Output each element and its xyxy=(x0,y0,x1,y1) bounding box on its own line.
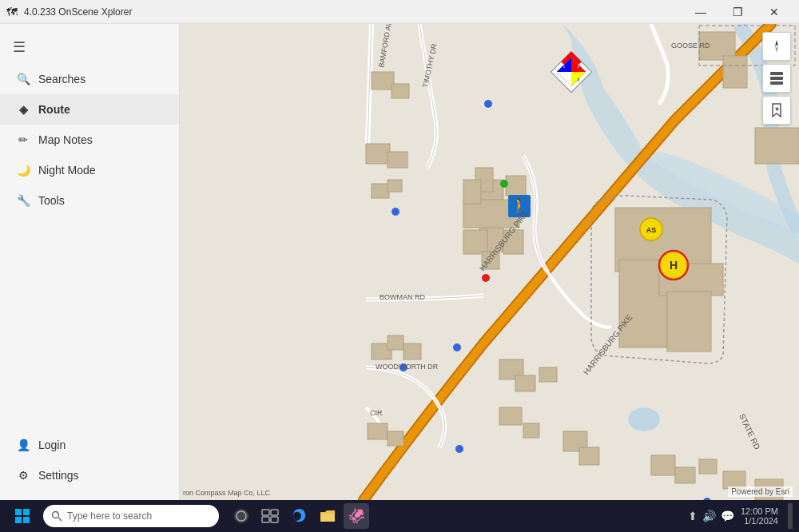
app-icon: 🗺 xyxy=(6,6,18,18)
settings-icon: ⚙ xyxy=(16,468,30,482)
night-mode-icon: 🌙 xyxy=(16,163,30,177)
svg-rect-87 xyxy=(770,81,783,85)
minimize-button[interactable]: — xyxy=(682,0,719,24)
login-label: Login xyxy=(38,439,66,451)
sidebar-item-map-notes[interactable]: ✏ Map Notes xyxy=(0,125,179,155)
tools-label: Tools xyxy=(38,194,65,207)
svg-point-62 xyxy=(453,343,461,351)
notification-icon: 💬 xyxy=(721,510,734,522)
svg-point-65 xyxy=(455,445,463,453)
hamburger-menu[interactable]: ☰ xyxy=(0,30,179,64)
titlebar: 🗺 4.0.233 OnScene Xplorer — ❐ ✕ xyxy=(0,0,799,24)
bookmark-button[interactable]: ★ xyxy=(762,96,791,125)
taskbar-sys-icons: ⬆ 🔊 💬 xyxy=(688,510,734,522)
map-attribution: ron Compass Map Co, LLC xyxy=(183,489,270,497)
map-controls: ★ xyxy=(762,32,791,125)
svg-rect-27 xyxy=(368,423,388,439)
svg-rect-86 xyxy=(770,77,783,80)
searches-icon: 🔍 xyxy=(16,72,30,86)
route-icon: ◈ xyxy=(16,102,30,117)
taskbar-right: ⬆ 🔊 💬 12:00 PM 1/1/2024 xyxy=(688,503,793,529)
login-icon: 👤 xyxy=(16,438,30,452)
svg-line-94 xyxy=(58,518,62,521)
svg-rect-21 xyxy=(388,152,407,168)
settings-label: Settings xyxy=(38,469,79,482)
searches-label: Searches xyxy=(38,73,85,85)
windows-start-button[interactable] xyxy=(6,503,38,529)
map-svg: ⬧ 1 2 3 🚶 AS H xyxy=(180,24,799,500)
svg-rect-33 xyxy=(523,423,539,438)
search-icon xyxy=(51,510,62,522)
svg-marker-84 xyxy=(775,46,778,53)
svg-rect-5 xyxy=(463,230,487,254)
taskbar-app-onscene[interactable]: 🦑 xyxy=(344,503,369,529)
taskbar-apps: 🦑 xyxy=(229,503,369,529)
titlebar-title: 4.0.233 OnScene Xplorer xyxy=(24,6,132,18)
svg-rect-25 xyxy=(388,335,403,350)
svg-rect-28 xyxy=(388,431,403,446)
svg-text:2: 2 xyxy=(578,64,580,69)
tools-icon: 🔧 xyxy=(16,193,30,208)
svg-rect-32 xyxy=(499,407,522,425)
svg-rect-4 xyxy=(506,176,526,196)
powered-by-label: Powered by Esri xyxy=(728,486,793,497)
maximize-button[interactable]: ❐ xyxy=(719,0,756,24)
svg-text:1: 1 xyxy=(563,64,566,69)
svg-point-61 xyxy=(484,100,492,108)
svg-rect-36 xyxy=(651,455,675,475)
speaker-icon: 🔊 xyxy=(702,510,716,522)
svg-text:GOOSE RD: GOOSE RD xyxy=(671,42,710,50)
svg-rect-92 xyxy=(23,517,30,523)
taskbar-app-cortana[interactable] xyxy=(229,503,254,529)
map-area[interactable]: ⬧ 1 2 3 🚶 AS H xyxy=(180,24,799,500)
svg-rect-89 xyxy=(15,509,22,515)
sidebar-item-tools[interactable]: 🔧 Tools xyxy=(0,185,179,216)
taskbar-app-taskview[interactable] xyxy=(257,503,283,529)
svg-rect-26 xyxy=(403,343,421,359)
svg-text:AS: AS xyxy=(646,226,657,234)
svg-rect-23 xyxy=(388,180,402,192)
svg-text:WOODWORTH DR: WOODWORTH DR xyxy=(376,363,439,371)
sidebar: ☰ 🔍 Searches ◈ Route ✏ Map Notes 🌙 Night… xyxy=(0,24,180,500)
svg-rect-90 xyxy=(23,509,30,515)
svg-rect-20 xyxy=(366,144,390,164)
sidebar-item-searches[interactable]: 🔍 Searches xyxy=(0,64,179,94)
svg-point-54 xyxy=(500,180,508,188)
layers-button[interactable] xyxy=(762,64,791,93)
svg-rect-22 xyxy=(372,184,389,198)
sidebar-top: ☰ 🔍 Searches ◈ Route ✏ Map Notes 🌙 Night… xyxy=(0,30,179,216)
sidebar-item-login[interactable]: 👤 Login xyxy=(0,430,179,460)
svg-rect-98 xyxy=(271,510,278,515)
svg-rect-91 xyxy=(15,517,22,523)
sidebar-item-settings[interactable]: ⚙ Settings xyxy=(0,460,179,490)
show-desktop-button[interactable] xyxy=(788,503,793,529)
svg-rect-99 xyxy=(262,517,269,522)
taskbar-app-edge[interactable] xyxy=(286,503,312,529)
close-button[interactable]: ✕ xyxy=(756,0,793,24)
svg-point-93 xyxy=(53,512,59,518)
sidebar-bottom: 👤 Login ⚙ Settings xyxy=(0,430,179,494)
compass-button[interactable] xyxy=(762,32,791,61)
main-content: ☰ 🔍 Searches ◈ Route ✏ Map Notes 🌙 Night… xyxy=(0,24,799,500)
svg-text:H: H xyxy=(670,259,678,272)
svg-rect-100 xyxy=(271,517,278,522)
svg-marker-83 xyxy=(775,40,778,46)
svg-rect-101 xyxy=(320,514,335,522)
svg-point-64 xyxy=(392,208,400,216)
route-label: Route xyxy=(38,103,70,116)
svg-rect-8 xyxy=(463,180,481,204)
svg-text:★: ★ xyxy=(774,105,780,113)
taskbar-clock: 12:00 PM 1/1/2024 xyxy=(741,506,778,526)
sidebar-item-night-mode[interactable]: 🌙 Night Mode xyxy=(0,155,179,185)
svg-rect-30 xyxy=(515,375,535,391)
svg-rect-38 xyxy=(699,459,717,474)
night-mode-label: Night Mode xyxy=(38,164,96,177)
svg-rect-97 xyxy=(262,510,269,515)
svg-rect-35 xyxy=(579,447,599,465)
svg-rect-12 xyxy=(667,292,711,351)
taskbar-app-explorer[interactable] xyxy=(315,503,340,529)
svg-rect-85 xyxy=(770,72,783,75)
sidebar-item-route[interactable]: ◈ Route xyxy=(0,94,179,125)
taskbar-search-box[interactable]: Type here to search xyxy=(43,505,219,527)
svg-text:3: 3 xyxy=(578,77,580,82)
